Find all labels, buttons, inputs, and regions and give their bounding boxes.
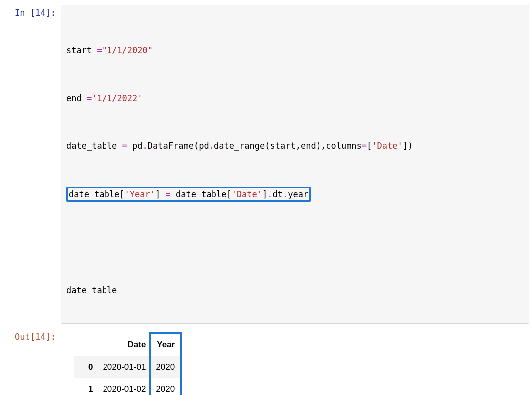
output-cell: Out[14]: Date Year 02020-01-01202012020-… — [3, 329, 529, 395]
highlighted-code: date_table['Year'] = date_table['Date'].… — [66, 187, 311, 202]
code-editor[interactable]: start ="1/1/2020" end ='1/1/2022' date_t… — [61, 5, 529, 324]
cell-year: 2020 — [151, 356, 180, 379]
table-row: 02020-01-012020 — [74, 356, 180, 379]
output-area: Date Year 02020-01-01202012020-01-022020… — [61, 329, 529, 395]
code-line-3: date_table = pd.DataFrame(pd.date_range(… — [66, 140, 524, 152]
dataframe-table: Date Year 02020-01-01202012020-01-022020… — [74, 334, 180, 395]
col-year: Year — [151, 334, 180, 356]
code-line-5: date_table — [66, 284, 524, 296]
code-line-4: date_table['Year'] = date_table['Date'].… — [66, 188, 524, 201]
dataframe-wrap: Date Year 02020-01-01202012020-01-022020… — [71, 331, 180, 395]
code-line-blank — [66, 237, 524, 249]
row-index: 0 — [74, 356, 98, 379]
cell-date: 2020-01-01 — [98, 356, 151, 379]
table-row: 12020-01-022020 — [74, 378, 180, 395]
cell-year: 2020 — [151, 378, 180, 395]
code-line-2: end ='1/1/2022' — [66, 92, 524, 104]
notebook: In [14]: start ="1/1/2020" end ='1/1/202… — [0, 0, 532, 395]
table-header-row: Date Year — [74, 334, 180, 356]
code-line-1: start ="1/1/2020" — [66, 44, 524, 56]
output-prompt: Out[14]: — [3, 329, 61, 342]
input-prompt: In [14]: — [3, 5, 61, 18]
col-index — [74, 334, 98, 356]
input-cell: In [14]: start ="1/1/2020" end ='1/1/202… — [3, 5, 529, 324]
col-date: Date — [98, 334, 151, 356]
row-index: 1 — [74, 378, 98, 395]
cell-date: 2020-01-02 — [98, 378, 151, 395]
